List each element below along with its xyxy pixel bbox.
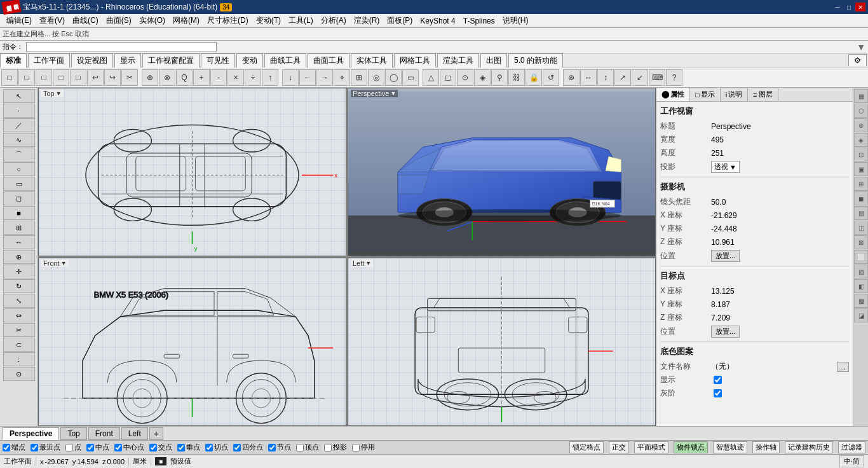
extra-icon-16[interactable]: ◪ <box>854 308 868 322</box>
toolbar-tab-变动[interactable]: 变动 <box>236 53 263 67</box>
toolbar-btn-27[interactable]: ◈ <box>474 69 491 86</box>
top-dropdown-arrow[interactable]: ▼ <box>56 90 62 97</box>
point-tool[interactable]: · <box>3 104 35 118</box>
toolbar-btn-31[interactable]: ↺ <box>543 69 559 86</box>
toolbar-btn-28[interactable]: ⚲ <box>491 69 508 86</box>
menu-item-面板(P)[interactable]: 面板(P) <box>383 14 416 27</box>
toolbar-btn-21[interactable]: ◎ <box>368 69 384 86</box>
menu-item-查看(V)[interactable]: 查看(V) <box>36 14 69 27</box>
mesh-tool[interactable]: ⊞ <box>3 221 35 235</box>
toolbar-btn-3[interactable]: □ <box>53 69 69 86</box>
toolbar-btn-7[interactable]: ✂ <box>121 69 138 86</box>
view-tab-perspective[interactable]: Perspective <box>3 427 59 440</box>
toolbar-btn-14[interactable]: ÷ <box>245 69 261 86</box>
menu-item-网格(M)[interactable]: 网格(M) <box>169 14 203 27</box>
lang-toggle[interactable]: 中·简 <box>839 455 864 467</box>
toolbar-tab-网格工具[interactable]: 网格工具 <box>394 53 436 67</box>
tab-notes[interactable]: i 说明 <box>721 88 748 101</box>
toggle-gumball[interactable]: 操作轴 <box>752 441 780 453</box>
extra-icon-12[interactable]: ⬜ <box>854 250 868 264</box>
snap-quad-check[interactable] <box>233 444 241 451</box>
toggle-smarttrack[interactable]: 智慧轨迹 <box>713 441 747 453</box>
grayscale-checkbox[interactable] <box>714 389 722 397</box>
line-tool[interactable]: ／ <box>3 118 35 132</box>
prompt-input[interactable] <box>26 42 217 52</box>
snap-perp[interactable]: 垂点 <box>177 443 200 452</box>
snap-disable-check[interactable] <box>352 444 360 451</box>
toolbar-btn-29[interactable]: ⛓ <box>508 69 525 86</box>
join-tool[interactable]: ⊂ <box>3 338 35 352</box>
toolbar-tab-渲染工具[interactable]: 渲染工具 <box>437 53 479 67</box>
view-tab-top[interactable]: Top <box>60 427 86 440</box>
snap-vertex[interactable]: 顶点 <box>296 443 319 452</box>
solid-tool[interactable]: ■ <box>3 206 35 220</box>
tab-properties[interactable]: ⬤ 属性 <box>656 88 690 101</box>
move-tool[interactable]: ✛ <box>3 265 35 279</box>
toolbar-tab-曲面工具[interactable]: 曲面工具 <box>308 53 349 67</box>
view-tab-left[interactable]: Left <box>121 427 148 440</box>
rotate-tool[interactable]: ↻ <box>3 279 35 293</box>
cam-place-button[interactable]: 放置... <box>711 250 740 262</box>
arc-tool[interactable]: ⌒ <box>3 148 35 162</box>
menu-item-曲面(S)[interactable]: 曲面(S) <box>102 14 135 27</box>
toolbar-btn-36[interactable]: ↙ <box>632 69 648 86</box>
maximize-button[interactable]: □ <box>844 3 854 11</box>
menu-item-说明(H)[interactable]: 说明(H) <box>499 14 532 27</box>
toolbar-tab-实体工具[interactable]: 实体工具 <box>351 53 393 67</box>
toolbar-btn-9[interactable]: ⊗ <box>159 69 175 86</box>
snap-nearpoint[interactable]: 最近点 <box>31 443 60 452</box>
toolbar-tab-设定视图[interactable]: 设定视图 <box>71 53 113 67</box>
toggle-grid-lock[interactable]: 锁定格点 <box>569 441 604 453</box>
extra-icon-15[interactable]: ▩ <box>854 294 868 308</box>
menu-item-编辑(E)[interactable]: 编辑(E) <box>3 14 36 27</box>
viewport-top-label[interactable]: Top ▼ <box>41 90 64 97</box>
snap-tan[interactable]: 切点 <box>205 443 228 452</box>
toolbar-tab-显示[interactable]: 显示 <box>114 53 141 67</box>
curve-tool[interactable]: ∿ <box>3 133 35 147</box>
left-dropdown-arrow[interactable]: ▼ <box>365 260 371 266</box>
snap-knot[interactable]: 节点 <box>268 443 291 452</box>
snap-vertex-check[interactable] <box>296 444 304 451</box>
snap-endpoint-check[interactable] <box>3 444 10 451</box>
show-checkbox[interactable] <box>714 376 722 384</box>
toolbar-btn-37[interactable]: ⌨ <box>649 69 665 86</box>
select-tool[interactable]: ↖ <box>3 89 35 103</box>
explode-tool[interactable]: ⋮ <box>3 352 35 366</box>
close-button[interactable]: ✕ <box>855 3 865 11</box>
toggle-history[interactable]: 记录建构历史 <box>785 441 833 453</box>
toolbar-btn-38[interactable]: ? <box>666 69 682 86</box>
view-tab-front[interactable]: Front <box>88 427 120 440</box>
toolbar-btn-8[interactable]: ⊕ <box>142 69 158 86</box>
scale-tool[interactable]: ⤡ <box>3 294 35 308</box>
toolbar-btn-5[interactable]: ↩ <box>87 69 104 86</box>
toolbar-tab-标准[interactable]: 标准 <box>0 53 27 67</box>
toolbar-btn-6[interactable]: ↪ <box>104 69 121 86</box>
snap-point[interactable]: 点 <box>65 443 81 452</box>
snap-project[interactable]: 投影 <box>324 443 347 452</box>
snap-tan-check[interactable] <box>205 444 213 451</box>
toolbar-btn-0[interactable]: □ <box>1 69 18 86</box>
extra-icon-7[interactable]: ⊞ <box>854 177 868 191</box>
front-dropdown-arrow[interactable]: ▼ <box>61 260 67 266</box>
rectangle-tool[interactable]: ▭ <box>3 177 35 191</box>
toolbar-btn-30[interactable]: 🔒 <box>526 69 542 86</box>
dim-tool[interactable]: ↔ <box>3 235 35 249</box>
toolbar-btn-15[interactable]: ↑ <box>262 69 278 86</box>
toolbar-btn-35[interactable]: ↗ <box>614 69 631 86</box>
extra-icon-8[interactable]: ◼ <box>854 191 868 205</box>
snap-center-check[interactable] <box>114 444 122 451</box>
toolbar-btn-26[interactable]: ⊙ <box>457 69 473 86</box>
extra-icon-9[interactable]: ▤ <box>854 206 868 220</box>
filename-browse-button[interactable]: ... <box>837 362 849 372</box>
viewport-front[interactable]: Front ▼ BMW X5 E53 (2006) <box>38 258 346 426</box>
toolbar-tab-曲线工具[interactable]: 曲线工具 <box>264 53 306 67</box>
toolbar-btn-18[interactable]: → <box>316 69 333 86</box>
toolbar-tab-可见性[interactable]: 可见性 <box>201 53 235 67</box>
extra-icon-4[interactable]: ◈ <box>854 133 868 147</box>
tab-layers[interactable]: ≡ 图层 <box>748 88 778 101</box>
toolbar-btn-24[interactable]: △ <box>423 69 439 86</box>
toggle-planar[interactable]: 平面模式 <box>634 441 668 453</box>
viewport-front-label[interactable]: Front ▼ <box>41 259 69 267</box>
toolbar-btn-23[interactable]: ▭ <box>402 69 419 86</box>
extra-icon-3[interactable]: ⊛ <box>854 118 868 132</box>
